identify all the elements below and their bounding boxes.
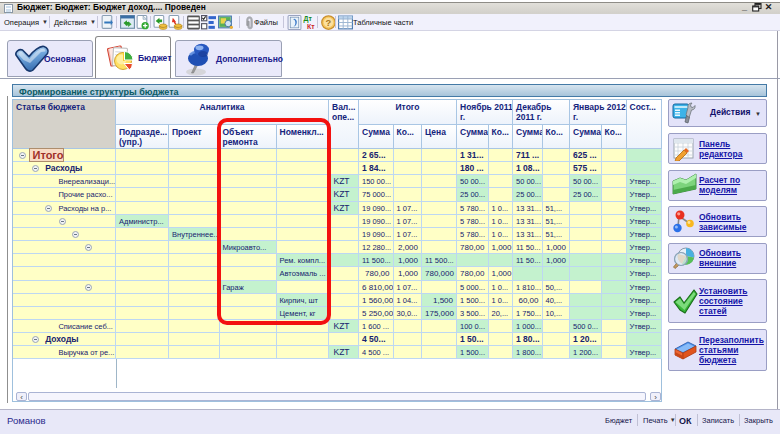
svg-text:?: ?	[326, 18, 332, 28]
svg-text:Кт: Кт	[307, 23, 315, 30]
